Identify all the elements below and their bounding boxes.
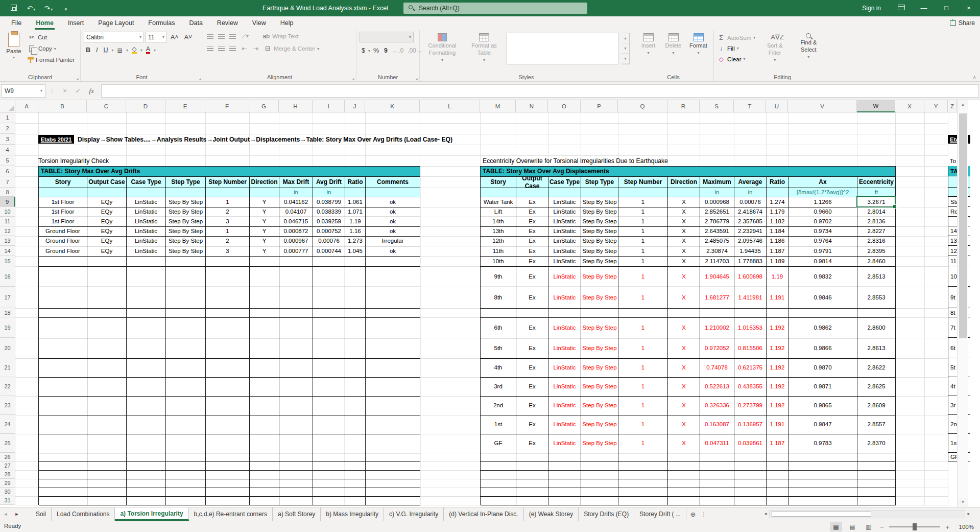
cell[interactable] [516,462,548,471]
cell[interactable] [516,309,548,318]
sheet-tab-storey-drift-[interactable]: Storey Drift ( ... [634,507,686,521]
cell[interactable] [206,359,250,378]
cell[interactable] [548,309,581,318]
cell[interactable] [734,309,767,318]
cell[interactable]: 0.000968 [700,197,734,207]
cell[interactable]: 1.94435 [734,246,767,257]
enter-icon[interactable]: ✓ [71,87,85,95]
cell[interactable]: LinStatic [127,237,166,246]
cell[interactable] [166,188,206,197]
sheet-tab-load-combinations[interactable]: Load Combinations [52,507,115,521]
cell[interactable]: 0.038799 [313,197,345,207]
cell[interactable] [345,267,366,287]
cell[interactable] [87,338,127,359]
row-header-30[interactable]: 30 [0,488,15,496]
cell[interactable]: Direction [250,177,279,188]
dialog-launcher-icon[interactable]: ⌟ [416,75,418,80]
cell[interactable]: Step By Step [581,397,618,415]
column-header-B[interactable]: B [38,100,87,112]
cell[interactable]: Step By Step [581,197,618,207]
column-header-N[interactable]: N [516,100,548,112]
cell[interactable]: 2.418674 [734,207,767,217]
cell[interactable]: Ground Floor [39,237,87,246]
cell[interactable]: Ex [516,217,548,227]
cell[interactable] [206,188,250,197]
tab-formulas[interactable]: Formulas [141,16,182,30]
align-center-icon[interactable] [218,45,225,52]
new-sheet-icon[interactable]: ⊕ [686,507,700,521]
cell[interactable]: 2 [206,207,250,217]
sheet-tab-story-drifts-eq-[interactable]: Story Drifts (EQ) [579,507,634,521]
cell[interactable]: 0.000967 [279,237,313,246]
cell[interactable]: Y [250,197,279,207]
cell[interactable]: 2.8625 [857,378,896,397]
cell[interactable] [345,453,366,462]
cell[interactable]: Step By Step [166,217,206,227]
cell[interactable] [668,453,700,462]
cell[interactable] [734,497,767,505]
cell[interactable]: 1.1266 [788,197,857,207]
search-box[interactable]: Search (Alt+Q) [403,3,587,14]
cell[interactable]: 0.04107 [279,207,313,217]
cell[interactable] [279,338,313,359]
cell[interactable]: Ground Floor [39,246,87,257]
cell[interactable]: X [668,217,700,227]
vertical-scrollbar[interactable]: ▲▼ [957,100,968,507]
cell[interactable] [366,397,420,415]
cell[interactable] [581,479,618,488]
cell[interactable] [668,188,700,197]
cell[interactable] [206,497,250,505]
column-header-C[interactable]: C [87,100,126,112]
tab-file[interactable]: File [4,16,29,30]
cell[interactable] [206,453,250,462]
cell[interactable]: Lift [481,207,516,217]
column-header-S[interactable]: S [700,100,734,112]
cell[interactable] [250,453,279,462]
sheet-tab--e-weak-storey[interactable]: (e) Weak Storey [524,507,579,521]
cell[interactable] [87,378,127,397]
cell[interactable]: 0.438355 [734,378,767,397]
ribbon-display-options-icon[interactable] [890,0,913,16]
cell[interactable]: TABLE: Story Max Over Avg Drifts [39,167,420,177]
italic-button[interactable]: I [94,45,100,55]
row-header-28[interactable]: 28 [0,470,15,479]
cell[interactable] [206,488,250,497]
cell[interactable]: 1st Floor [39,197,87,207]
cell[interactable] [767,471,788,479]
find-select-button[interactable]: Find & Select▾ [794,32,823,72]
column-header-A[interactable]: A [15,100,38,112]
cell[interactable] [166,462,206,471]
cell[interactable] [366,434,420,453]
cell[interactable] [788,462,857,471]
row-header-19[interactable]: 19 [0,317,15,338]
cell[interactable] [127,415,166,434]
cell[interactable]: 0.9865 [788,397,857,415]
tab-insert[interactable]: Insert [61,16,91,30]
cell[interactable]: LinStatic [548,397,581,415]
dialog-launcher-icon[interactable]: ⌟ [199,75,201,80]
cell[interactable] [166,257,206,267]
cell[interactable]: 2.232941 [734,227,767,237]
cell[interactable]: 11th [481,246,516,257]
cell[interactable] [581,188,618,197]
cell[interactable]: Y [250,207,279,217]
cell[interactable] [366,257,420,267]
cell[interactable] [366,497,420,505]
row-header-2[interactable]: 2 [0,123,15,134]
cell[interactable] [668,471,700,479]
cell[interactable]: 0.326336 [700,397,734,415]
cell[interactable] [87,257,127,267]
cell[interactable]: Ex [516,287,548,309]
cell[interactable] [788,488,857,497]
cell[interactable]: Step By Step [581,287,618,309]
cell[interactable]: 5th [481,338,516,359]
normal-view-icon[interactable]: ▦ [830,522,842,531]
cell[interactable]: Y [250,246,279,257]
cell[interactable]: 0.74078 [700,359,734,378]
sheet-tab-c-v-g-irregularity[interactable]: c) V.G. Irregularity [384,507,444,521]
cell[interactable] [548,479,581,488]
cell[interactable]: Step By Step [581,246,618,257]
cell[interactable] [166,287,206,309]
conditional-formatting-button[interactable]: Conditional Formatting▾ [423,32,462,72]
tab-help[interactable]: Help [273,16,301,30]
